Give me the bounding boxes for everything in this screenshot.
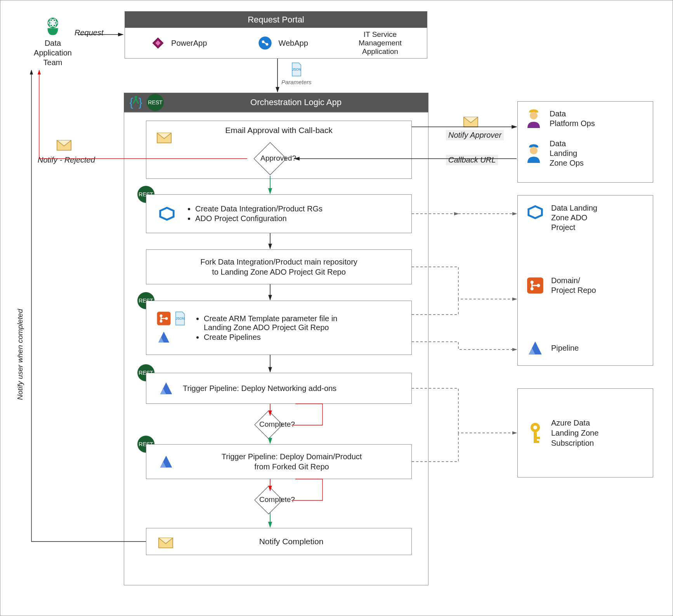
pipeline-icon-3: [157, 453, 175, 471]
request-portal-header: Request Portal: [125, 11, 427, 28]
external-ado-box: Data Landing Zone ADO Project Domain/ Pr…: [517, 195, 653, 366]
ops2: Data Landing Zone Ops: [524, 139, 647, 168]
mail-icon-rejected: [56, 136, 73, 152]
svg-rect-27: [537, 441, 539, 443]
request-label: Request: [72, 28, 106, 38]
svg-text:{: {: [129, 96, 133, 109]
rest-badge-header: REST: [147, 94, 164, 111]
notify-rejected-label: Notify - Rejected: [35, 155, 97, 165]
pipeline-icon-2: [157, 379, 175, 397]
complete1-label: Complete?: [250, 420, 304, 429]
ado-icon-2: [526, 203, 545, 221]
step-deploy: Trigger Pipeline: Deploy Domain/Product …: [146, 444, 412, 479]
powerapp-icon: [150, 35, 166, 51]
notify-completed-label: Notify user when completed: [16, 309, 24, 400]
mail-icon: [156, 129, 173, 144]
svg-point-1: [52, 22, 54, 24]
rg-bullets: Create Data Integration/Product RGs ADO …: [186, 204, 323, 224]
approvers-box: Data Platform Ops Data Landing Zone Ops: [517, 101, 653, 183]
json-params: JSON Parameters: [281, 62, 312, 85]
ops-person-icon: [524, 108, 543, 130]
svg-rect-25: [534, 432, 537, 443]
json-file-icon: JSON: [290, 62, 303, 77]
orchestration-header: {} REST Orchestration Logic App: [124, 93, 428, 112]
itsm-label: IT Service Management Application: [359, 30, 402, 56]
orchestration-title: Orchestration Logic App: [164, 97, 428, 107]
ext-repo: Domain/ Project Repo: [526, 276, 645, 295]
net-text: Trigger Pipeline: Deploy Networking add-…: [183, 384, 336, 393]
approval-title: Email Approval with Call-back: [146, 121, 411, 135]
notify-approver-label: Notify Approver: [446, 130, 504, 140]
pipeline-icon-4: [526, 338, 545, 358]
ops1-label: Data Platform Ops: [550, 109, 595, 128]
webapp-label: WebApp: [278, 39, 308, 48]
request-portal-body: PowerApp WebApp IT Service Management Ap…: [125, 28, 427, 59]
powerapp-item: PowerApp: [150, 35, 207, 51]
webapp-item: WebApp: [257, 35, 308, 51]
mail-icon-approver: [462, 113, 479, 128]
powerapp-label: PowerApp: [171, 39, 207, 48]
notify-text: Notify Completion: [182, 537, 401, 546]
ext-ado: Data Landing Zone ADO Project: [526, 203, 645, 232]
team-node: Data Application Team: [29, 16, 76, 67]
repo-icon-2: [526, 276, 545, 295]
key-icon: [526, 421, 545, 445]
approved-label: Approved?: [251, 154, 305, 163]
step-rg: Create Data Integration/Product RGs ADO …: [146, 194, 412, 233]
diagram-canvas: Data Application Team Request Request Po…: [0, 0, 673, 616]
repo-icon: [156, 310, 172, 327]
svg-rect-26: [537, 437, 540, 439]
deploy-text: Trigger Pipeline: Deploy Domain/Product …: [183, 452, 401, 472]
subscription-box: Azure Data Landing Zone Subscription: [517, 388, 653, 478]
fork-text: Fork Data Integration/Product main repos…: [200, 257, 357, 277]
svg-point-17: [530, 112, 538, 119]
step-approval: Email Approval with Call-back: [146, 121, 412, 179]
ext-pipeline-label: Pipeline: [551, 344, 579, 353]
step-net: Trigger Pipeline: Deploy Networking add-…: [146, 373, 412, 404]
step-arm: JSON Create ARM Template parameter file …: [146, 301, 412, 355]
svg-text:}: }: [139, 96, 142, 109]
pipeline-icon: [156, 329, 172, 345]
ext-pipeline: Pipeline: [526, 338, 645, 358]
ext-repo-label: Domain/ Project Repo: [551, 276, 596, 295]
step-fork: Fork Data Integration/Product main repos…: [146, 249, 412, 284]
svg-text:JSON: JSON: [292, 67, 301, 71]
ops1: Data Platform Ops: [524, 108, 647, 130]
ops-person-icon-2: [524, 143, 543, 164]
arm-bullets: Create ARM Template parameter file in La…: [194, 313, 337, 343]
svg-point-10: [135, 96, 137, 99]
step-notify: Notify Completion: [146, 528, 412, 555]
team-label: Data Application Team: [29, 38, 76, 67]
svg-point-24: [533, 426, 537, 429]
parameters-label: Parameters: [281, 79, 312, 85]
mail-icon-2: [157, 534, 174, 549]
complete2-label: Complete?: [250, 495, 304, 504]
ops2-label: Data Landing Zone Ops: [550, 139, 584, 168]
ext-ado-label: Data Landing Zone ADO Project: [551, 203, 597, 232]
logic-app-icon: {}: [127, 95, 144, 110]
webapp-icon: [257, 35, 273, 51]
sub-label: Azure Data Landing Zone Subscription: [551, 418, 598, 448]
svg-point-18: [530, 147, 538, 154]
json-file-icon-2: JSON: [173, 310, 187, 327]
svg-text:JSON: JSON: [176, 317, 185, 320]
callback-url-label: Callback URL: [446, 155, 498, 165]
atom-head-icon: [42, 16, 63, 37]
ado-icon: [157, 205, 177, 223]
